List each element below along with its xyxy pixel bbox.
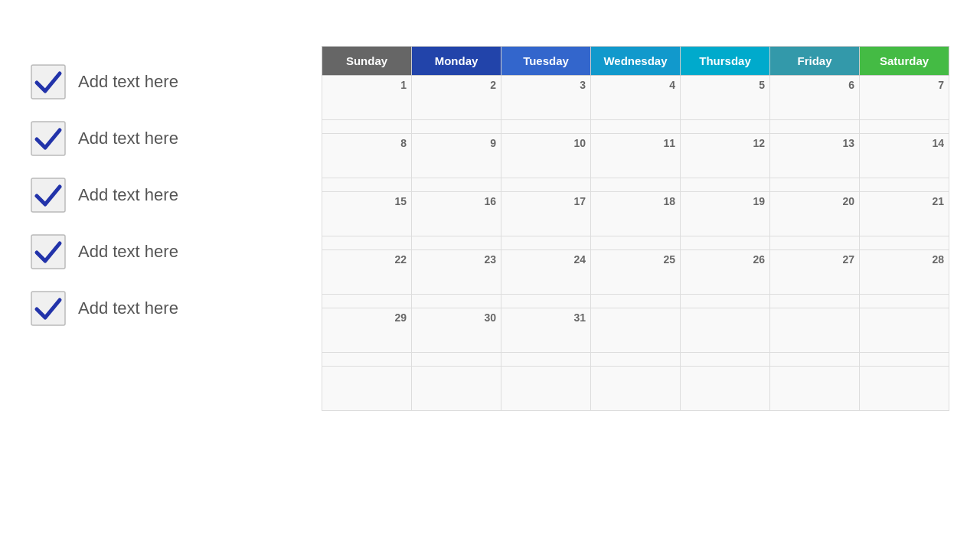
- calendar-spacer-cell: [681, 178, 770, 192]
- calendar-cell-w3-d1[interactable]: 15: [322, 192, 412, 236]
- calendar-week-5: 293031: [322, 308, 949, 353]
- calendar-spacer-cell: [591, 353, 681, 367]
- calendar-cell-w1-d3[interactable]: 3: [501, 76, 591, 120]
- calendar-spacer-cell: [322, 353, 412, 367]
- calendar-cell-w5-d1[interactable]: 29: [322, 308, 412, 353]
- calendar-header-tuesday: Tuesday: [501, 47, 591, 76]
- checklist-label-1: Add text here: [78, 72, 178, 92]
- calendar-cell-w4-d6[interactable]: 27: [770, 250, 860, 295]
- calendar-spacer-cell: [501, 178, 591, 192]
- calendar-spacer-cell: [501, 120, 591, 134]
- calendar-header-monday: Monday: [412, 47, 501, 76]
- calendar-cell-w2-d6[interactable]: 13: [770, 134, 860, 178]
- calendar-cell-w1-d5[interactable]: 5: [681, 76, 770, 120]
- calendar-cell-w3-d5[interactable]: 19: [681, 192, 770, 236]
- calendar-cell-w4-d4[interactable]: 25: [591, 250, 681, 295]
- calendar-spacer-cell: [412, 295, 501, 308]
- calendar-cell-w1-d2[interactable]: 2: [412, 76, 501, 120]
- checklist-item-2[interactable]: Add text here: [31, 110, 291, 167]
- calendar-header: SundayMondayTuesdayWednesdayThursdayFrid…: [322, 47, 949, 76]
- calendar-spacer-cell: [681, 295, 770, 308]
- calendar-week-3: 15161718192021: [322, 192, 949, 236]
- checkbox-icon: [31, 178, 66, 213]
- calendar-cell-w4-d3[interactable]: 24: [501, 250, 591, 295]
- calendar-spacer-cell: [860, 295, 949, 308]
- calendar-cell-w1-d6[interactable]: 6: [770, 76, 860, 120]
- calendar-cell-w5-d4[interactable]: [591, 308, 681, 353]
- calendar-header-friday: Friday: [770, 47, 860, 76]
- calendar-spacer-cell: [322, 295, 412, 308]
- checklist-label-2: Add text here: [78, 129, 178, 148]
- calendar-spacer-cell: [501, 236, 591, 250]
- calendar-spacer-cell: [322, 178, 412, 192]
- calendar-cell-w6-d7[interactable]: [860, 367, 949, 411]
- calendar-cell-w2-d5[interactable]: 12: [681, 134, 770, 178]
- calendar-cell-w1-d1[interactable]: 1: [322, 76, 412, 120]
- checklist-label-3: Add text here: [78, 185, 178, 205]
- calendar-cell-w6-d5[interactable]: [681, 367, 770, 411]
- calendar-cell-w5-d6[interactable]: [770, 308, 860, 353]
- calendar-spacer-cell: [681, 120, 770, 134]
- calendar-cell-w6-d2[interactable]: [412, 367, 501, 411]
- calendar-header-sunday: Sunday: [322, 47, 412, 76]
- calendar-cell-w6-d4[interactable]: [591, 367, 681, 411]
- calendar-spacer-cell: [412, 353, 501, 367]
- calendar-cell-w5-d5[interactable]: [681, 308, 770, 353]
- checkbox-icon: [31, 64, 66, 99]
- calendar-spacer-cell: [860, 120, 949, 134]
- calendar-cell-w1-d4[interactable]: 4: [591, 76, 681, 120]
- checklist-item-3[interactable]: Add text here: [31, 167, 291, 223]
- checklist-label-5: Add text here: [78, 298, 178, 318]
- calendar-cell-w3-d6[interactable]: 20: [770, 192, 860, 236]
- calendar-cell-w2-d3[interactable]: 10: [501, 134, 591, 178]
- calendar-spacer-cell: [770, 295, 860, 308]
- calendar-cell-w5-d3[interactable]: 31: [501, 308, 591, 353]
- calendar-cell-w3-d3[interactable]: 17: [501, 192, 591, 236]
- calendar-spacer-3: [322, 236, 949, 250]
- calendar-cell-w5-d7[interactable]: [860, 308, 949, 353]
- calendar-week-1: 1234567: [322, 76, 949, 120]
- calendar-week-6: [322, 367, 949, 411]
- calendar-cell-w4-d7[interactable]: 28: [860, 250, 949, 295]
- calendar-spacer-cell: [412, 120, 501, 134]
- calendar-cell-w2-d4[interactable]: 11: [591, 134, 681, 178]
- calendar-spacer-cell: [591, 295, 681, 308]
- calendar-spacer-cell: [770, 353, 860, 367]
- calendar-cell-w6-d3[interactable]: [501, 367, 591, 411]
- checklist: Add text here Add text here Add text her…: [31, 54, 291, 337]
- calendar-spacer-cell: [681, 353, 770, 367]
- calendar-cell-w4-d1[interactable]: 22: [322, 250, 412, 295]
- calendar-spacer-cell: [591, 120, 681, 134]
- calendar-spacer-cell: [412, 178, 501, 192]
- calendar-spacer-cell: [322, 120, 412, 134]
- calendar-spacer-4: [322, 295, 949, 308]
- calendar-wrapper: SundayMondayTuesdayWednesdayThursdayFrid…: [322, 46, 949, 411]
- calendar-spacer-cell: [770, 120, 860, 134]
- calendar-spacer-cell: [412, 236, 501, 250]
- calendar-cell-w1-d7[interactable]: 7: [860, 76, 949, 120]
- calendar-cell-w2-d1[interactable]: 8: [322, 134, 412, 178]
- calendar-week-2: 891011121314: [322, 134, 949, 178]
- calendar-header-row: SundayMondayTuesdayWednesdayThursdayFrid…: [322, 47, 949, 76]
- calendar-spacer-cell: [770, 236, 860, 250]
- calendar-cell-w3-d7[interactable]: 21: [860, 192, 949, 236]
- calendar-header-wednesday: Wednesday: [591, 47, 681, 76]
- calendar-cell-w3-d4[interactable]: 18: [591, 192, 681, 236]
- calendar-cell-w5-d2[interactable]: 30: [412, 308, 501, 353]
- calendar-cell-w2-d7[interactable]: 14: [860, 134, 949, 178]
- checklist-item-1[interactable]: Add text here: [31, 54, 291, 110]
- calendar-header-saturday: Saturday: [860, 47, 949, 76]
- calendar-cell-w4-d2[interactable]: 23: [412, 250, 501, 295]
- calendar-cell-w4-d5[interactable]: 26: [681, 250, 770, 295]
- calendar-cell-w6-d1[interactable]: [322, 367, 412, 411]
- checkbox-icon: [31, 291, 66, 326]
- calendar-body: 1234567891011121314151617181920212223242…: [322, 76, 949, 411]
- calendar-spacer-cell: [501, 353, 591, 367]
- checklist-item-4[interactable]: Add text here: [31, 223, 291, 280]
- calendar-cell-w6-d6[interactable]: [770, 367, 860, 411]
- checklist-item-5[interactable]: Add text here: [31, 280, 291, 337]
- calendar-cell-w3-d2[interactable]: 16: [412, 192, 501, 236]
- checklist-label-4: Add text here: [78, 242, 178, 262]
- calendar-cell-w2-d2[interactable]: 9: [412, 134, 501, 178]
- calendar-spacer-1: [322, 120, 949, 134]
